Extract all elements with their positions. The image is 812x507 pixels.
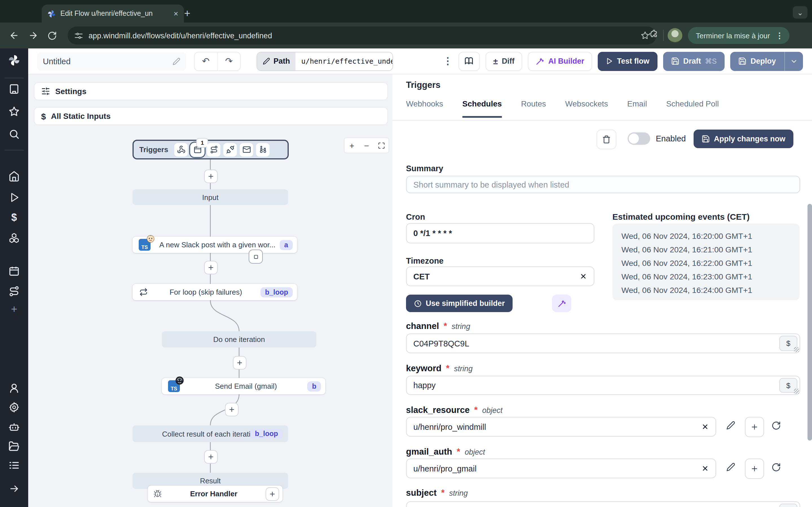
tab-routes[interactable]: Routes	[521, 99, 546, 118]
sidebar-item-workers-robot-icon[interactable]	[8, 421, 20, 433]
ai-builder-button[interactable]: AI Builder	[528, 52, 592, 71]
add-gmail-auth-plus-button[interactable]	[745, 459, 764, 479]
sidebar-item-settings-gear-icon[interactable]	[8, 401, 20, 413]
cron-input[interactable]: 0 */1 * * * *	[406, 223, 594, 243]
stop-after-step-button[interactable]	[249, 249, 263, 264]
sidebar-expand-arrow-icon[interactable]	[8, 482, 20, 495]
diff-button[interactable]: ± Diff	[485, 52, 522, 71]
sidebar-item-favorites-star-icon[interactable]	[8, 105, 20, 118]
flow-name-field[interactable]: Untitled	[37, 52, 186, 70]
docs-book-button[interactable]	[458, 52, 479, 71]
test-flow-button[interactable]: Test flow	[598, 52, 657, 71]
flow-do-one-iteration-node[interactable]: Do one iteration	[162, 331, 316, 348]
draft-button[interactable]: Draft ⌘S	[663, 52, 725, 71]
fit-view-button[interactable]	[374, 138, 389, 153]
tab-search-chevron-icon[interactable]: ⌄	[793, 6, 808, 18]
url-bar[interactable]: app.windmill.dev/flows/edit/u/henri/effe…	[68, 26, 656, 45]
keyword-input[interactable]: happy $	[406, 376, 800, 395]
add-step-button[interactable]	[225, 403, 239, 416]
sidebar-add-plus-icon[interactable]: +	[8, 303, 20, 316]
back-icon[interactable]	[9, 31, 19, 41]
zoom-in-button[interactable]: +	[345, 138, 359, 153]
tab-email[interactable]: Email	[627, 99, 647, 118]
ai-cron-wand-button[interactable]	[552, 295, 571, 312]
tab-scheduled-poll[interactable]: Scheduled Poll	[666, 99, 719, 118]
slack-resource-input[interactable]: u/henri/pro_windmill	[406, 417, 716, 437]
windmill-logo-icon[interactable]	[8, 54, 20, 66]
browser-tab[interactable]: Edit Flow u/henri/effective_un ×	[42, 4, 184, 22]
zoom-out-button[interactable]: −	[359, 138, 374, 153]
add-step-button[interactable]	[204, 170, 218, 183]
use-simplified-builder-button[interactable]: Use simplified builder	[406, 295, 513, 312]
profile-avatar[interactable]	[668, 28, 682, 43]
tab-close-icon[interactable]: ×	[174, 9, 178, 18]
timezone-input[interactable]: CET	[406, 267, 594, 286]
site-settings-icon[interactable]	[74, 31, 83, 40]
edit-name-pencil-icon[interactable]	[172, 57, 181, 65]
sidebar-item-runs-play-icon[interactable]	[8, 191, 20, 203]
sidebar-item-workspace-icon[interactable]	[8, 83, 20, 95]
add-step-button[interactable]	[204, 450, 218, 464]
refresh-gmail-auth-icon[interactable]	[771, 462, 781, 472]
clear-slack-resource-x-icon[interactable]	[702, 423, 709, 431]
path-chip[interactable]: Path u/henri/effective_undef	[257, 52, 393, 71]
tab-webhooks[interactable]: Webhooks	[406, 99, 443, 118]
flow-input-node[interactable]: Input	[133, 189, 288, 205]
trigger-webhook-icon[interactable]	[174, 143, 188, 156]
sidebar-item-schedules-calendar-icon[interactable]	[8, 265, 20, 277]
trigger-scheduled-poll-binoculars-icon[interactable]	[256, 143, 270, 156]
sidebar-item-variables-dollar-icon[interactable]: $	[8, 211, 20, 224]
flow-step-b-node[interactable]: TS Send Email (gmail) b	[162, 378, 325, 394]
clear-gmail-auth-x-icon[interactable]	[702, 465, 709, 472]
deploy-button[interactable]: Deploy	[730, 52, 803, 71]
browser-menu-kebab-icon[interactable]: ⋮	[776, 31, 783, 40]
trigger-schedule-calendar-icon[interactable]: 1	[191, 143, 204, 156]
sidebar-item-audit-logs-list-icon[interactable]	[8, 459, 20, 471]
delete-schedule-trash-icon[interactable]	[597, 129, 616, 149]
undo-button[interactable]: ↶	[195, 52, 217, 70]
path-value[interactable]: u/henri/effective_undef	[296, 52, 393, 70]
deploy-chevron-down-icon[interactable]	[790, 57, 798, 65]
sidebar-item-home-icon[interactable]	[8, 170, 20, 182]
flow-error-handler-node[interactable]: Error Handler	[148, 486, 283, 502]
trigger-email-icon[interactable]	[240, 143, 253, 156]
edit-slack-resource-pencil-icon[interactable]	[726, 421, 735, 430]
apply-changes-button[interactable]: Apply changes now	[694, 129, 794, 148]
browser-update-button[interactable]: Terminer la mise à jour ⋮	[688, 27, 789, 44]
extensions-puzzle-icon[interactable]	[649, 29, 658, 38]
refresh-slack-resource-icon[interactable]	[771, 421, 781, 431]
add-step-button[interactable]	[204, 261, 218, 274]
reload-icon[interactable]	[47, 31, 57, 40]
trigger-route-icon[interactable]	[207, 143, 221, 156]
redo-button[interactable]: ↷	[217, 52, 240, 70]
flow-for-loop-node[interactable]: For loop (skip failures) b_loop	[133, 284, 297, 300]
tab-websockets[interactable]: Websockets	[565, 99, 608, 118]
more-options-kebab-icon[interactable]: ⋮	[443, 55, 453, 67]
add-step-button[interactable]	[233, 356, 246, 370]
flow-collect-node[interactable]: Collect result of each iteration b_loop	[133, 425, 288, 442]
resize-handle[interactable]	[794, 389, 799, 394]
gmail-auth-input[interactable]: u/henri/pro_gmail	[406, 459, 716, 478]
summary-input[interactable]: Short summary to be displayed when liste…	[406, 176, 800, 193]
add-error-handler-button[interactable]	[266, 487, 279, 501]
flow-step-a-node[interactable]: TS A new Slack post with a given wor... …	[133, 237, 297, 253]
sidebar-item-user-icon[interactable]	[8, 382, 20, 394]
trigger-websocket-plug-icon[interactable]	[223, 143, 237, 156]
enabled-toggle[interactable]	[627, 132, 650, 145]
clear-timezone-x-icon[interactable]	[580, 273, 587, 280]
resize-handle[interactable]	[794, 347, 799, 352]
subject-input[interactable]: $	[406, 501, 800, 507]
edit-gmail-auth-pencil-icon[interactable]	[726, 462, 735, 471]
panel-scrollbar[interactable]	[808, 204, 812, 441]
sidebar-item-resources-boxes-icon[interactable]	[8, 231, 20, 244]
subject-dollar-button[interactable]: $	[779, 504, 797, 507]
add-slack-resource-plus-button[interactable]	[745, 417, 764, 437]
sidebar-item-search-icon[interactable]	[8, 128, 20, 140]
channel-input[interactable]: C04P9T8QC9L $	[406, 334, 800, 353]
sidebar-item-folders-icon[interactable]	[8, 440, 20, 452]
flow-triggers-node[interactable]: Triggers 1	[133, 140, 289, 159]
forward-icon[interactable]	[28, 31, 38, 41]
tab-schedules[interactable]: Schedules	[462, 99, 502, 118]
new-tab-button[interactable]: +	[181, 7, 194, 20]
sidebar-item-routes-icon[interactable]	[8, 285, 20, 297]
